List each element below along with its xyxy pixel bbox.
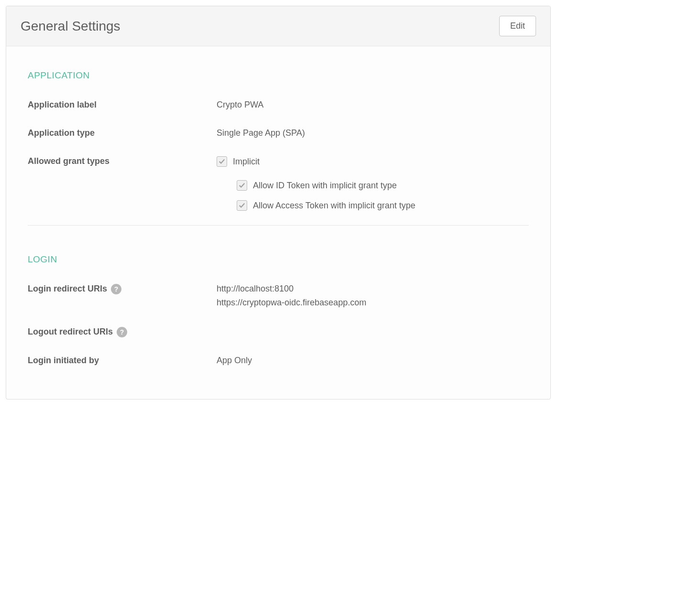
checkbox-access-token[interactable] <box>237 200 247 211</box>
label-login-initiated: Login initiated by <box>28 356 217 366</box>
label-logout-redirect-text: Logout redirect URIs <box>28 327 113 337</box>
grant-implicit-label: Implicit <box>233 157 260 167</box>
panel-header: General Settings Edit <box>6 6 550 46</box>
help-icon[interactable]: ? <box>117 327 127 337</box>
row-application-label: Application label Crypto PWA <box>28 100 529 110</box>
grant-implicit: Implicit <box>217 156 529 167</box>
check-icon <box>239 182 245 189</box>
value-application-type: Single Page App (SPA) <box>217 128 529 138</box>
value-application-label: Crypto PWA <box>217 100 529 110</box>
value-logout-redirect <box>217 327 529 337</box>
label-logout-redirect: Logout redirect URIs ? <box>28 327 217 337</box>
row-login-redirect: Login redirect URIs ? http://localhost:8… <box>28 284 529 308</box>
label-allowed-grant-types: Allowed grant types <box>28 156 217 211</box>
row-allowed-grant-types: Allowed grant types Implicit Allow ID To… <box>28 156 529 211</box>
checkbox-id-token[interactable] <box>237 180 247 191</box>
general-settings-panel: General Settings Edit APPLICATION Applic… <box>6 6 551 400</box>
login-redirect-uri: https://cryptopwa-oidc.firebaseapp.com <box>217 298 529 308</box>
edit-button[interactable]: Edit <box>499 16 536 36</box>
row-logout-redirect: Logout redirect URIs ? <box>28 327 529 337</box>
label-login-redirect-text: Login redirect URIs <box>28 284 107 294</box>
grant-access-token: Allow Access Token with implicit grant t… <box>237 200 529 211</box>
grant-id-token: Allow ID Token with implicit grant type <box>237 180 529 191</box>
section-divider <box>28 225 529 226</box>
checkbox-implicit[interactable] <box>217 156 227 167</box>
panel-body: APPLICATION Application label Crypto PWA… <box>6 46 550 399</box>
label-login-redirect: Login redirect URIs ? <box>28 284 217 308</box>
panel-title: General Settings <box>21 19 120 34</box>
value-allowed-grant-types: Implicit Allow ID Token with implicit gr… <box>217 156 529 211</box>
help-icon[interactable]: ? <box>111 284 121 294</box>
grant-implicit-suboptions: Allow ID Token with implicit grant type … <box>237 180 529 211</box>
check-icon <box>219 158 225 165</box>
section-heading-application: APPLICATION <box>28 70 529 81</box>
row-login-initiated: Login initiated by App Only <box>28 356 529 366</box>
label-application-type: Application type <box>28 128 217 138</box>
section-heading-login: LOGIN <box>28 254 529 265</box>
grant-access-token-label: Allow Access Token with implicit grant t… <box>253 201 416 211</box>
grant-id-token-label: Allow ID Token with implicit grant type <box>253 181 397 191</box>
check-icon <box>239 202 245 209</box>
row-application-type: Application type Single Page App (SPA) <box>28 128 529 138</box>
login-redirect-uri: http://localhost:8100 <box>217 284 529 294</box>
value-login-redirect: http://localhost:8100 https://cryptopwa-… <box>217 284 529 308</box>
label-application-label: Application label <box>28 100 217 110</box>
value-login-initiated: App Only <box>217 356 529 366</box>
